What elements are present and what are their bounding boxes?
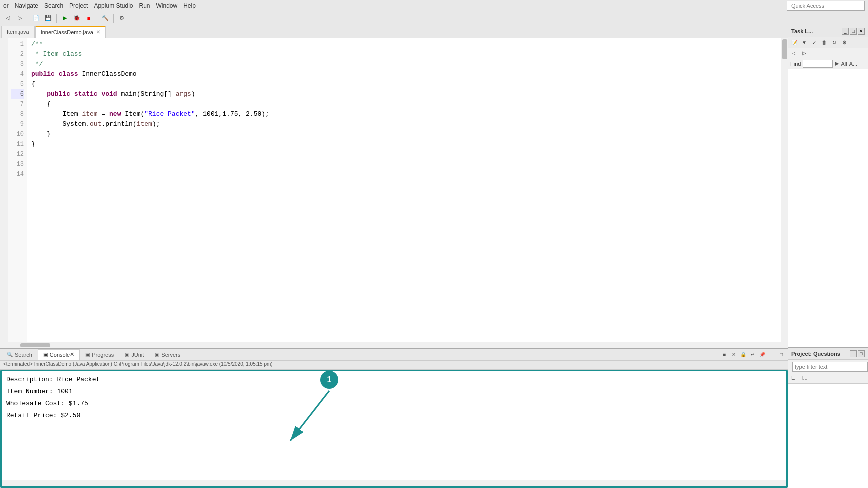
console-terminated-bar: <terminated> InnerClassDemo (Java Applic… [0, 361, 788, 370]
editor-hscrollbar[interactable] [0, 342, 788, 348]
tab-junit-label: JUnit [131, 352, 144, 358]
search-tab-icon: 🔍 [7, 352, 13, 357]
progress-tab-icon: ▣ [85, 352, 90, 357]
menu-search[interactable]: Search [44, 2, 63, 9]
tab-servers-label: Servers [161, 352, 180, 358]
console-tab-close-icon[interactable]: ✕ [70, 351, 74, 358]
task-list-content [788, 69, 868, 347]
console-output: Description: Rice Packet Item Number: 10… [0, 370, 788, 480]
task-list-close-btn[interactable]: ✕ [858, 28, 865, 35]
toolbar-back-btn[interactable]: ◁ [2, 13, 13, 24]
code-line-8: Item item = new Item("Rice Packet", 1001… [31, 109, 777, 119]
code-editor[interactable]: 1 2 3 4 5 6 7 8 9 10 11 12 13 14 [8, 38, 788, 342]
code-line-7: { [31, 99, 777, 109]
console-output-wrapper: Description: Rice Packet Item Number: 10… [0, 370, 788, 488]
console-area: <terminated> InnerClassDemo (Java Applic… [0, 361, 788, 488]
quick-access-input[interactable] [787, 1, 865, 11]
console-scroll-lock-btn[interactable]: 🔒 [739, 350, 748, 359]
toolbar-build-btn[interactable]: 🔨 [100, 13, 111, 24]
menu-run[interactable]: Run [139, 2, 150, 9]
console-clear-btn[interactable]: ✕ [729, 350, 738, 359]
project-filter-input[interactable] [792, 362, 868, 372]
tab-servers[interactable]: ▣ Servers [149, 349, 186, 360]
app-window: or Navigate Search Project Appium Studio… [0, 0, 868, 488]
toolbar-more-btn[interactable]: ⚙ [116, 13, 127, 24]
task-filter-btn[interactable]: ▼ [800, 38, 809, 47]
editor-main: Item.java InnerClassDemo.java ✕ 1 2 3 4 [0, 25, 788, 488]
task-mark-btn[interactable]: ✓ [810, 38, 819, 47]
editor-body: 1 2 3 4 5 6 7 8 9 10 11 12 13 14 [0, 38, 788, 342]
tab-innerclassdemo-java[interactable]: InnerClassDemo.java ✕ [35, 26, 106, 38]
code-line-1: /** [31, 39, 777, 49]
editor-hscroll-thumb[interactable] [20, 343, 50, 347]
editor-vscrollbar[interactable] [781, 38, 788, 342]
toolbar-run-btn[interactable]: ▶ [59, 13, 70, 24]
toolbar-stop-btn[interactable]: ■ [83, 13, 94, 24]
task-settings-btn[interactable]: ⚙ [840, 38, 849, 47]
task-new-btn[interactable]: 📝 [790, 38, 799, 47]
line-numbers: 1 2 3 4 5 6 7 8 9 10 11 12 13 14 [8, 38, 27, 342]
code-line-6: public static void main(String[] args) [31, 89, 777, 99]
project-minimize-btn[interactable]: _ [850, 350, 857, 357]
project-content [788, 384, 868, 488]
code-line-12 [31, 149, 777, 159]
find-input[interactable] [803, 60, 833, 68]
tab-search[interactable]: 🔍 Search [1, 349, 38, 360]
project-tab-e[interactable]: E [788, 374, 798, 383]
task-list-controls: _ □ ✕ [842, 28, 865, 35]
toolbar-debug-btn[interactable]: 🐞 [71, 13, 82, 24]
toolbar-save-btn[interactable]: 💾 [43, 13, 54, 24]
task-list-minimize-btn[interactable]: _ [842, 28, 849, 35]
console-line-3: Wholesale Cost: $1.75 [6, 398, 782, 410]
main-toolbar: ◁ ▷ 📄 💾 ▶ 🐞 ■ 🔨 ⚙ [0, 11, 868, 25]
task-nav-fwd-btn[interactable]: ▷ [800, 49, 809, 58]
task-list-header: Task L... _ □ ✕ [788, 25, 868, 37]
project-tab-i[interactable]: I... [798, 374, 811, 383]
tab-innerclassdemo-label: InnerClassDemo.java [41, 29, 93, 35]
console-line-1: Description: Rice Packet [6, 374, 782, 386]
console-pin-btn[interactable]: 📌 [758, 350, 767, 359]
tab-item-java[interactable]: Item.java [1, 26, 35, 38]
code-line-10: } [31, 129, 777, 139]
code-line-5: { [31, 79, 777, 89]
bottom-tab-bar: 🔍 Search ▣ Console ✕ ▣ Progress [0, 349, 788, 361]
bottom-left: 🔍 Search ▣ Console ✕ ▣ Progress [0, 349, 788, 488]
tab-junit[interactable]: ▣ JUnit [119, 349, 149, 360]
task-subtoolbar: ◁ ▷ [788, 48, 868, 58]
menu-help[interactable]: Help [183, 2, 196, 9]
toolbar-fwd-btn[interactable]: ▷ [14, 13, 25, 24]
task-list-maximize-btn[interactable]: □ [850, 28, 857, 35]
toolbar-sep-3 [97, 14, 97, 23]
code-line-9: System.out.println(item); [31, 119, 777, 129]
bottom-section: 🔍 Search ▣ Console ✕ ▣ Progress [0, 348, 788, 488]
console-minimize-btn[interactable]: _ [767, 350, 776, 359]
code-line-3: */ [31, 59, 777, 69]
menu-window[interactable]: Window [156, 2, 178, 9]
task-delete-btn[interactable]: 🗑 [820, 38, 829, 47]
code-line-14 [31, 169, 777, 179]
editor-scroll-thumb[interactable] [782, 39, 787, 59]
menu-project[interactable]: Project [69, 2, 88, 9]
find-bar: Find ▶ All A... [788, 58, 868, 69]
project-title: Project: Questions [791, 351, 840, 357]
task-refresh-btn[interactable]: ↻ [830, 38, 839, 47]
junit-tab-icon: ▣ [125, 352, 129, 357]
console-word-wrap-btn[interactable]: ↵ [748, 350, 757, 359]
tab-console[interactable]: ▣ Console ✕ [38, 349, 80, 360]
menu-appium-studio[interactable]: Appium Studio [94, 2, 133, 9]
find-label: Find [790, 61, 801, 67]
filter-wrapper [788, 360, 868, 374]
tab-progress-label: Progress [92, 352, 114, 358]
project-maximize-btn[interactable]: □ [858, 350, 865, 357]
menu-navigate[interactable]: Navigate [15, 2, 38, 9]
find-chevron-icon[interactable]: ▶ [835, 60, 839, 67]
menu-or[interactable]: or [3, 2, 9, 9]
tab-progress[interactable]: ▣ Progress [80, 349, 119, 360]
tab-close-icon[interactable]: ✕ [96, 29, 100, 35]
console-maximize-btn[interactable]: □ [777, 350, 786, 359]
toolbar-new-btn[interactable]: 📄 [31, 13, 42, 24]
console-stop-btn[interactable]: ■ [720, 350, 729, 359]
code-content[interactable]: /** * Item class */ public class InnerCl… [27, 38, 781, 342]
task-list-toolbar: 📝 ▼ ✓ 🗑 ↻ ⚙ [788, 37, 868, 48]
task-nav-back-btn[interactable]: ◁ [790, 49, 799, 58]
